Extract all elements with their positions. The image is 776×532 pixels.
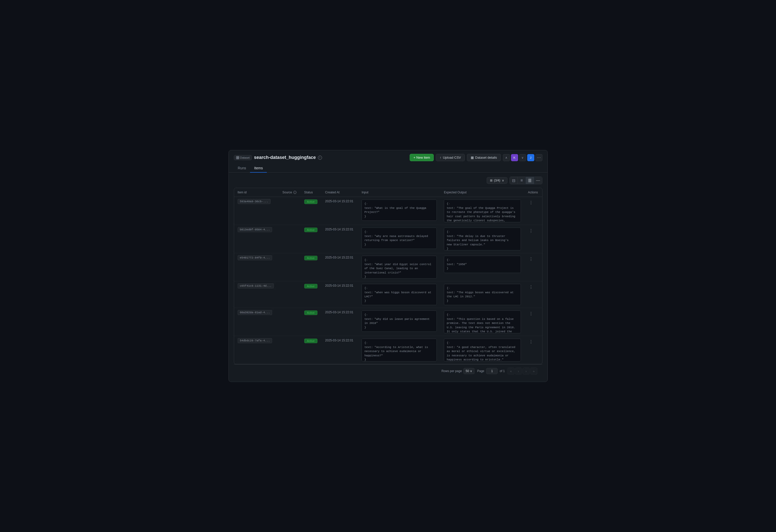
page-input[interactable] [486,368,498,374]
row-menu-button[interactable]: ⋮ [528,199,534,205]
tab-items[interactable]: Items [250,164,267,173]
tab-runs[interactable]: Runs [234,164,250,173]
cell-created-at: 2025-03-14 15:22:01 [322,253,358,281]
status-badge: Active [304,284,318,289]
view-btn-compact[interactable]: ☰ [526,177,534,184]
next-page-button[interactable]: › [523,367,530,375]
avatar-k[interactable]: K [511,154,518,161]
avatar-group: ∧ K ∨ J ⋯ [503,154,542,161]
cell-status: Active [301,308,322,336]
cell-status: Active [301,197,322,225]
data-table: Item id Source i Status Created [234,188,542,364]
cell-input: {· text: "What year did Egypt seize cont… [358,253,440,281]
row-menu-button[interactable]: ⋮ [528,311,534,317]
dataset-badge: ▦ Dataset [234,155,252,160]
upload-icon: ↑ [439,156,441,159]
avatar-j[interactable]: J [527,154,534,161]
item-id-badge[interactable]: 60a392da-81ad-4... [238,310,272,315]
row-menu-button[interactable]: ⋮ [528,228,534,234]
source-info-icon: i [294,191,297,194]
cell-source [279,253,301,281]
output-code-block: {· text: "The goal of the Quagga Project… [444,199,521,222]
col-header-source: Source i [279,188,301,197]
first-page-button[interactable]: « [508,367,515,375]
item-id-badge[interactable]: 54dbdc28-7afa-4... [238,338,272,343]
new-item-button[interactable]: + New item [410,154,434,161]
status-badge: Active [304,228,318,232]
cell-actions: ⋮ [525,308,542,336]
more-options-button[interactable]: ⋯ [535,154,542,161]
cell-actions: ⋮ [525,225,542,253]
cell-created-at: 2025-03-14 15:22:01 [322,197,358,225]
input-code-block: {· text: "when was higgs boson discoverd… [362,284,437,305]
dataset-details-button[interactable]: ▦ Dataset details [467,154,501,161]
rows-per-page-select[interactable]: 50 ∨ [463,368,474,374]
cell-expected-output: {· text: "A good character, often transl… [440,336,525,364]
columns-icon: ⊞ [490,179,493,182]
toolbar: ⊞ (3/4) ∨ ⊟ ≡ ☰ — [234,177,542,184]
info-icon[interactable]: i [318,156,322,160]
output-code-block: {· text: "This question is based on a fa… [444,311,521,333]
cell-input: {· text: "What is the goal of the Quagga… [358,197,440,225]
row-menu-button[interactable]: ⋮ [528,339,534,345]
pagination-bar: Rows per page 50 ∨ Page of 1 « ‹ › » [234,364,542,378]
table-row: 54dbdc28-7afa-4...Active2025-03-14 15:22… [234,336,542,364]
chevron-down-button[interactable]: ∨ [519,154,526,161]
output-code-block: {· text: "The delay is due to thruster f… [444,228,521,250]
view-btn-minimize[interactable]: — [534,177,542,184]
columns-button[interactable]: ⊞ (3/4) ∨ [487,177,508,184]
cell-created-at: 2025-03-14 15:22:01 [322,225,358,253]
cell-actions: ⋮ [525,253,542,281]
created-at-value: 2025-03-14 15:22:01 [325,339,353,342]
cell-actions: ⋮ [525,281,542,308]
col-header-input: Input [358,188,440,197]
input-code-block: {· text: "why are nasa astronauts delaye… [362,228,437,249]
rows-per-page-label: Rows per page [441,369,462,373]
chevron-up-button[interactable]: ∧ [503,154,510,161]
upload-csv-button[interactable]: ↑ Upload CSV [436,154,465,161]
cell-item-id: b813ed0f-0584-4... [234,225,279,253]
created-at-value: 2025-03-14 15:22:01 [325,228,353,231]
item-id-badge[interactable]: b813ed0f-0584-4... [238,227,272,232]
app-window: ▦ Dataset search-dataset_huggingface i +… [228,150,548,382]
cell-item-id: 593a40a9-36cb-... [234,197,279,225]
tabs: Runs Items [234,164,542,172]
table-row: 593a40a9-36cb-...Active2025-03-14 15:22:… [234,197,542,225]
columns-chevron-icon: ∨ [502,179,504,182]
cell-item-id: e5401772-84f9-4... [234,253,279,281]
dataset-badge-label: Dataset [240,156,250,159]
item-id-badge[interactable]: 593a40a9-36cb-... [238,199,270,204]
cell-input: {· text: "why are nasa astronauts delaye… [358,225,440,253]
cell-source [279,281,301,308]
output-code-block: {· text: "The Higgs boson was discovered… [444,284,521,305]
created-at-value: 2025-03-14 15:22:01 [325,256,353,259]
title-actions: + New item ↑ Upload CSV ▦ Dataset detail… [410,154,542,161]
cell-status: Active [301,336,322,364]
item-id-badge[interactable]: c65f41c8-1131-4d... [238,283,274,289]
cell-item-id: 54dbdc28-7afa-4... [234,336,279,364]
cell-source [279,336,301,364]
cell-expected-output: {· text: "The Higgs boson was discovered… [440,281,525,308]
title-row: ▦ Dataset search-dataset_huggingface i +… [234,154,542,161]
cell-source [279,225,301,253]
data-table-container: Item id Source i Status Created [234,188,542,364]
view-btn-grid[interactable]: ⊟ [510,177,518,184]
input-code-block: {· text: "What year did Egypt seize cont… [362,256,437,279]
prev-page-button[interactable]: ‹ [515,367,522,375]
table-row: 60a392da-81ad-4...Active2025-03-14 15:22… [234,308,542,336]
row-menu-button[interactable]: ⋮ [528,256,534,262]
col-header-status: Status [301,188,322,197]
row-menu-button[interactable]: ⋮ [528,284,534,290]
view-btn-list[interactable]: ≡ [518,177,526,184]
cell-actions: ⋮ [525,336,542,364]
title-left: ▦ Dataset search-dataset_huggingface i [234,155,322,160]
cell-source [279,197,301,225]
cell-expected-output: {· text: "1956"} [440,253,525,281]
created-at-value: 2025-03-14 15:22:01 [325,199,353,203]
item-id-badge[interactable]: e5401772-84f9-4... [238,255,272,260]
col-header-actions: Actions [525,188,542,197]
created-at-value: 2025-03-14 15:22:01 [325,311,353,314]
page-label: Page [477,369,484,373]
last-page-button[interactable]: » [530,367,537,375]
page-title: search-dataset_huggingface [254,155,316,160]
